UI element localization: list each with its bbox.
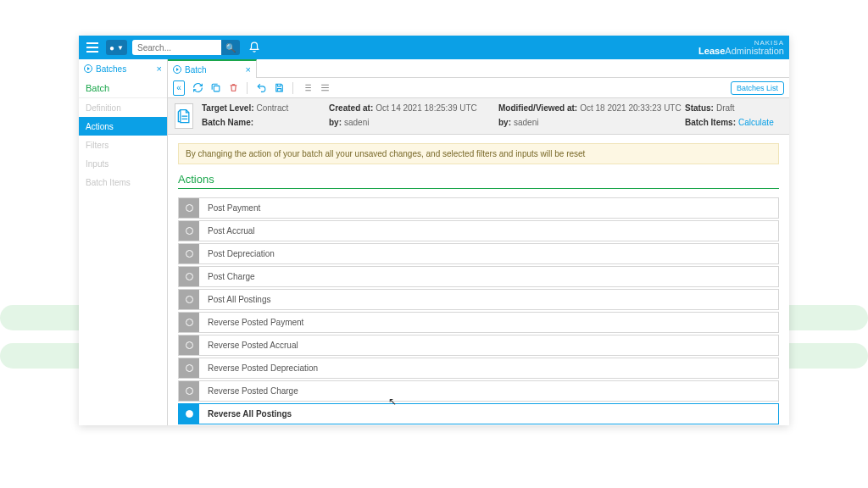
- sidebar: Batch Definition Actions Filters Inputs …: [79, 78, 168, 425]
- close-icon[interactable]: ×: [157, 64, 162, 74]
- person-icon: ●: [109, 43, 114, 53]
- sidebar-heading: Batch: [79, 78, 167, 98]
- info-created-by: by:sadeni: [329, 118, 498, 129]
- sidebar-item-batchitems[interactable]: Batch Items: [79, 173, 167, 191]
- menu-icon[interactable]: [84, 39, 101, 56]
- radio-icon: [186, 364, 193, 372]
- brand: NAKISA LeaseAdministration: [698, 40, 784, 56]
- topbar: ● ▼ 🔍 NAKISA LeaseAdministration: [79, 36, 789, 59]
- action-row[interactable]: Post Depreciation: [178, 243, 779, 264]
- play-circle-icon: [84, 64, 92, 73]
- tab-batches[interactable]: Batches ×: [79, 59, 168, 78]
- warning-banner: By changing the action of your batch all…: [178, 143, 779, 164]
- radio-icon: [186, 341, 193, 349]
- action-row[interactable]: Reverse All Postings: [178, 403, 779, 424]
- sidebar-item-filters[interactable]: Filters: [79, 136, 167, 154]
- action-label: Reverse All Postings: [199, 409, 292, 419]
- action-row[interactable]: Reverse Posted Accrual: [178, 335, 779, 356]
- tab-label: Batches: [96, 64, 126, 74]
- radio-icon: [186, 410, 193, 418]
- list-icon[interactable]: [301, 82, 313, 94]
- action-label: Post All Postings: [199, 295, 270, 304]
- search-icon: 🔍: [225, 43, 236, 53]
- save-icon[interactable]: [273, 82, 285, 94]
- radio-icon: [186, 250, 193, 258]
- sidebar-item-definition[interactable]: Definition: [79, 98, 167, 117]
- grid-icon[interactable]: [319, 82, 331, 94]
- radio-icon: [186, 273, 193, 280]
- action-row[interactable]: Reverse Posted Depreciation: [178, 358, 779, 379]
- calculate-link[interactable]: Calculate: [738, 118, 774, 127]
- search-button[interactable]: 🔍: [221, 40, 240, 55]
- action-label: Post Depreciation: [199, 249, 275, 258]
- info-modified-by: by:sadeni: [498, 118, 685, 129]
- radio-icon: [186, 227, 193, 235]
- action-row[interactable]: Post Payment: [178, 197, 779, 219]
- tab-row: Batches × Batch ×: [79, 59, 789, 78]
- action-row[interactable]: Reverse Posted Charge: [178, 380, 779, 402]
- action-row[interactable]: Post Accrual: [178, 220, 779, 241]
- batches-list-button[interactable]: Batches List: [731, 81, 784, 95]
- info-status: Status:Draft: [685, 103, 789, 114]
- action-label: Reverse Posted Charge: [199, 386, 298, 396]
- play-circle-icon: [173, 65, 181, 74]
- content: By changing the action of your batch all…: [168, 135, 789, 425]
- tab-batch[interactable]: Batch ×: [168, 59, 257, 78]
- undo-icon[interactable]: [255, 82, 267, 94]
- action-row[interactable]: Post Charge: [178, 266, 779, 287]
- notifications-icon[interactable]: [245, 38, 264, 57]
- action-label: Post Accrual: [199, 226, 255, 236]
- body: Batch Definition Actions Filters Inputs …: [79, 78, 789, 425]
- search-input[interactable]: [132, 40, 221, 55]
- action-label: Reverse Posted Accrual: [199, 341, 298, 350]
- radio-icon: [186, 296, 193, 303]
- info-target-level: Target Level:Contract: [202, 103, 329, 114]
- toolbar: «: [168, 78, 789, 98]
- action-label: Reverse Posted Payment: [199, 318, 303, 327]
- section-title: Actions: [178, 173, 779, 189]
- copy-icon[interactable]: [209, 82, 221, 94]
- tab-label: Batch: [185, 65, 207, 75]
- action-label: Post Charge: [199, 272, 255, 281]
- user-menu[interactable]: ● ▼: [106, 40, 127, 55]
- radio-icon: [186, 319, 193, 326]
- radio-icon: [186, 204, 193, 212]
- action-label: Reverse Posted Depreciation: [199, 363, 318, 373]
- app-window: ● ▼ 🔍 NAKISA LeaseAdministration Batches…: [79, 36, 789, 425]
- action-row[interactable]: Reverse Posted Payment: [178, 312, 779, 333]
- info-panel: Target Level:Contract Created at:Oct 14 …: [168, 98, 789, 135]
- collapse-sidebar-button[interactable]: «: [173, 80, 185, 96]
- svg-rect-0: [214, 86, 220, 92]
- sidebar-item-inputs[interactable]: Inputs: [79, 154, 167, 173]
- delete-icon[interactable]: [227, 82, 239, 94]
- action-label: Post Payment: [199, 203, 260, 213]
- info-batch-items: Batch Items:Calculate: [685, 118, 789, 129]
- chevron-down-icon: ▼: [117, 44, 124, 52]
- main: «: [168, 78, 789, 425]
- refresh-icon[interactable]: [192, 82, 203, 94]
- info-batch-name: Batch Name:: [202, 118, 329, 129]
- sidebar-item-actions[interactable]: Actions: [79, 117, 167, 136]
- action-row[interactable]: Post All Postings: [178, 289, 779, 310]
- close-icon[interactable]: ×: [246, 64, 251, 75]
- search-wrap: 🔍: [132, 40, 240, 55]
- info-modified-at: Modified/Viewed at:Oct 18 2021 20:33:23 …: [498, 103, 685, 114]
- info-created-at: Created at:Oct 14 2021 18:25:39 UTC: [329, 103, 498, 114]
- document-icon: [175, 103, 193, 129]
- radio-icon: [186, 387, 193, 395]
